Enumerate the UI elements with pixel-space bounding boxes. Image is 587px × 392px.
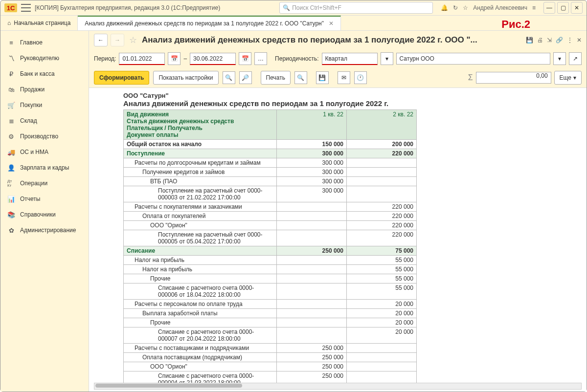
- table-row[interactable]: Получение кредитов и займов300 000: [124, 168, 417, 177]
- maximize-button[interactable]: ▢: [557, 2, 569, 14]
- nav-forward-button[interactable]: →: [111, 34, 124, 46]
- app-title: [КОПИЯ] Бухгалтерия предприятия, редакци…: [35, 4, 220, 11]
- export-icon[interactable]: ⇲: [547, 37, 552, 44]
- save-report-icon[interactable]: 💾: [316, 71, 329, 84]
- sidebar-icon: 〽: [7, 54, 15, 62]
- find-next-icon[interactable]: 🔎: [239, 71, 252, 84]
- close-panel-icon[interactable]: ✕: [577, 37, 582, 44]
- sidebar-item-2[interactable]: ₽Банк и касса: [0, 66, 89, 82]
- table-row[interactable]: Списание с расчетного счета 0000-000004 …: [124, 371, 417, 383]
- sidebar-label: Администрирование: [20, 227, 76, 234]
- sidebar-label: Зарплата и кадры: [20, 164, 69, 171]
- sidebar-label: Производство: [20, 133, 58, 140]
- close-button[interactable]: ✕: [571, 2, 583, 14]
- table-row[interactable]: Списание с расчетного счета 0000-000006 …: [124, 283, 417, 300]
- sidebar-item-12[interactable]: ✿Администрирование: [0, 222, 89, 238]
- sidebar-item-8[interactable]: 👤Зарплата и кадры: [0, 160, 89, 175]
- table-row[interactable]: Расчеты с персоналом по оплате труда20 0…: [124, 300, 417, 309]
- sidebar-item-6[interactable]: ⚙Производство: [0, 129, 89, 144]
- org-dropdown-icon[interactable]: ▾: [553, 52, 566, 65]
- table-row[interactable]: ООО "Орион"250 000: [124, 362, 417, 371]
- save-icon[interactable]: 💾: [526, 37, 533, 44]
- sidebar-item-3[interactable]: 🛍Продажи: [0, 82, 89, 97]
- report-area[interactable]: ООО "Сатурн" Анализ движений денежных ср…: [89, 88, 587, 383]
- table-row[interactable]: ВТБ (ПАО300 000: [124, 177, 417, 186]
- bell-icon[interactable]: 🔔: [441, 4, 448, 11]
- title-icons: 🔔 ↻ ☆ Андрей Алексеевич ≡: [441, 4, 536, 11]
- table-row[interactable]: Поступление300 000220 000: [124, 149, 417, 158]
- periodicity-dropdown-icon[interactable]: ▾: [381, 52, 393, 65]
- minimize-button[interactable]: —: [543, 2, 555, 14]
- user-menu-icon[interactable]: ≡: [532, 4, 536, 11]
- menu-icon[interactable]: [21, 4, 31, 12]
- sidebar-item-0[interactable]: ≡Главное: [0, 35, 89, 50]
- date-from-input[interactable]: 01.01.2022: [119, 53, 165, 65]
- periodicity-select[interactable]: Квартал: [322, 53, 378, 65]
- table-row[interactable]: Расчеты с поставщиками и подрядчиками250…: [124, 344, 417, 353]
- sidebar-label: Главное: [20, 39, 43, 46]
- tab-close-icon[interactable]: ✕: [329, 20, 334, 27]
- period-picker-button[interactable]: …: [254, 52, 267, 65]
- email-icon[interactable]: ✉: [338, 71, 350, 84]
- table-row[interactable]: Выплата заработной платы20 000: [124, 309, 417, 318]
- table-row[interactable]: Налог на прибыль55 000: [124, 256, 417, 265]
- star-icon[interactable]: ☆: [463, 4, 468, 11]
- sidebar-icon: 🛒: [7, 101, 15, 109]
- user-label[interactable]: Андрей Алексеевич: [473, 4, 527, 11]
- org-input[interactable]: Сатурн ООО: [396, 53, 550, 65]
- settings-button[interactable]: Показать настройки: [153, 71, 218, 85]
- nav-back-button[interactable]: ←: [94, 34, 108, 46]
- sidebar-item-4[interactable]: 🛒Покупки: [0, 97, 89, 113]
- print-icon[interactable]: 🖨: [537, 37, 543, 44]
- sidebar-item-1[interactable]: 〽Руководителю: [0, 50, 89, 66]
- search-input[interactable]: 🔍 Поиск Ctrl+Shift+F: [279, 2, 433, 14]
- home-icon: ⌂: [7, 20, 11, 26]
- horizontal-scrollbar[interactable]: [94, 383, 582, 390]
- print-button[interactable]: Печать: [261, 71, 291, 85]
- sidebar-icon: ₽: [7, 70, 15, 78]
- sigma-icon: Σ: [468, 73, 473, 82]
- table-row[interactable]: Прочие20 000: [124, 318, 417, 327]
- table-row[interactable]: Оплата поставщикам (подрядчикам)250 000: [124, 353, 417, 362]
- sidebar-item-7[interactable]: 🚚ОС и НМА: [0, 144, 89, 160]
- table-row[interactable]: Списание250 00075 000: [124, 246, 417, 256]
- sum-input[interactable]: 0,00: [476, 72, 551, 84]
- tab-report[interactable]: Анализ движений денежных средств по пери…: [78, 16, 341, 30]
- more-button[interactable]: Еще▾: [554, 71, 582, 85]
- date-to-calendar-icon[interactable]: 📅: [239, 52, 251, 65]
- find-icon[interactable]: 🔍: [223, 71, 235, 84]
- table-row[interactable]: Оплата от покупателей220 000: [124, 212, 417, 221]
- sidebar-label: Руководителю: [20, 55, 59, 62]
- table-row[interactable]: ООО "Орион"220 000: [124, 221, 417, 230]
- preview-icon[interactable]: 🔍: [294, 71, 307, 84]
- date-from-calendar-icon[interactable]: 📅: [168, 52, 181, 65]
- sidebar-label: Операции: [20, 180, 47, 187]
- sidebar-item-5[interactable]: ≣Склад: [0, 113, 89, 129]
- table-row[interactable]: Поступление на расчетный счет 0000-00000…: [124, 186, 417, 202]
- schedule-icon[interactable]: 🕐: [354, 71, 367, 84]
- sidebar-item-9[interactable]: Дт КтОперации: [0, 175, 89, 191]
- org-open-icon[interactable]: ↗: [569, 52, 582, 65]
- sidebar-item-10[interactable]: 📊Отчеты: [0, 191, 89, 207]
- main-panel: ← → ☆ Анализ движений денежных средств п…: [89, 31, 587, 392]
- table-row[interactable]: Налог на прибыль55 000: [124, 265, 417, 274]
- titlebar: 1C [КОПИЯ] Бухгалтерия предприятия, реда…: [0, 0, 587, 15]
- period-label: Период:: [94, 55, 116, 62]
- form-button[interactable]: Сформировать: [94, 71, 149, 85]
- date-to-input[interactable]: 30.06.2022: [190, 53, 236, 65]
- table-row[interactable]: Прочие55 000: [124, 274, 417, 283]
- table-row[interactable]: Расчеты с покупателями и заказчиками220 …: [124, 202, 417, 212]
- table-row[interactable]: Расчеты по долгосрочным кредитам и займа…: [124, 158, 417, 168]
- link-icon[interactable]: 🔗: [556, 37, 563, 44]
- sidebar-label: Продажи: [20, 86, 45, 93]
- table-row[interactable]: Поступление на расчетный счет 0000-00000…: [124, 230, 417, 246]
- history-icon[interactable]: ↻: [453, 4, 458, 11]
- figure-label: Рис.2: [501, 18, 530, 31]
- report-title: Анализ движений денежных средств по пери…: [142, 35, 523, 45]
- sidebar-item-11[interactable]: 📚Справочники: [0, 207, 89, 222]
- favorite-icon[interactable]: ☆: [129, 35, 137, 45]
- table-row[interactable]: Общий остаток на начало150 000200 000: [124, 140, 417, 149]
- table-row[interactable]: Списание с расчетного счета 0000-000007 …: [124, 327, 417, 344]
- tab-home[interactable]: ⌂ Начальная страница: [0, 16, 78, 30]
- more-icon[interactable]: ⋮: [567, 37, 573, 44]
